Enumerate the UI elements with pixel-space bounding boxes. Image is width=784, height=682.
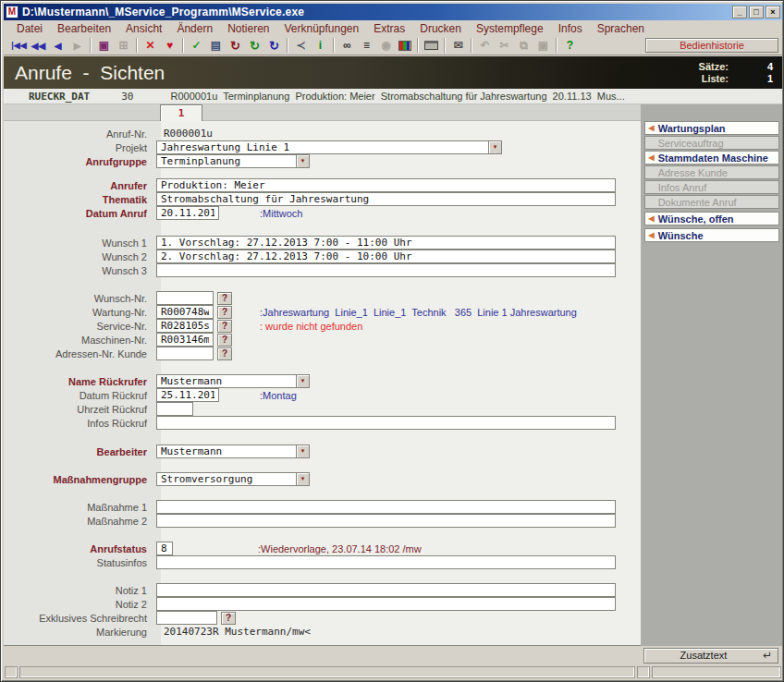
wartung-nr-input[interactable] [156, 305, 214, 319]
wunsch-nr-lookup-button[interactable]: ? [217, 292, 232, 305]
form-icon[interactable]: ▤ [206, 39, 226, 52]
info-icon[interactable]: i [311, 39, 330, 52]
anrufer-input[interactable] [156, 178, 616, 192]
menu-infos[interactable]: Infos [551, 22, 590, 35]
arrow-left-icon: ◀ [649, 214, 655, 223]
sidebar-item-wartungsplan[interactable]: ◀Wartungsplan [644, 121, 779, 135]
bedienhistorie-button[interactable]: Bedienhistorie [645, 38, 778, 53]
adressen-nr-input[interactable] [156, 347, 214, 360]
chevron-down-icon[interactable]: ▼ [297, 472, 310, 486]
import-icon[interactable]: ▣ [94, 39, 114, 52]
service-nr-error: : wurde nicht gefunden [260, 321, 362, 332]
zusatztext-label: Zusatztext [644, 649, 763, 663]
maschinen-nr-lookup-button[interactable]: ? [217, 334, 232, 347]
zusatztext-button[interactable]: Zusatztext ↵ [643, 648, 778, 664]
sidebar-item-wuensche[interactable]: ◀Wünsche [644, 228, 779, 242]
mail-icon[interactable]: ✉ [448, 39, 468, 52]
menu-sprachen[interactable]: Sprachen [590, 22, 652, 35]
sidebar-item-wuensche-offen[interactable]: ◀Wünsche, offen [644, 212, 779, 225]
name-rueckrufer-input[interactable] [156, 374, 297, 388]
massnahmengruppe-input[interactable] [156, 472, 297, 486]
anrufgruppe-input[interactable] [156, 154, 297, 168]
binoculars-icon[interactable]: ∞ [337, 39, 357, 52]
view-header: Anrufe - Sichten Sätze: 4 Liste: 1 [4, 56, 782, 89]
label-anrufer: Anrufer [4, 180, 156, 191]
menu-drucken[interactable]: Drucken [412, 22, 469, 35]
toolbar-separator [287, 38, 288, 53]
wunsch-nr-input[interactable] [156, 291, 214, 305]
menu-bar: Datei Bearbeiten Ansicht Ändern Notieren… [4, 20, 782, 36]
thematik-input[interactable] [156, 192, 616, 206]
projekt-input[interactable] [156, 140, 489, 154]
exklusives-schreibrecht-input[interactable] [156, 611, 217, 625]
tab-1[interactable]: 1 [160, 104, 202, 121]
tree-icon: ⊞ [114, 39, 133, 52]
adressen-nr-lookup-button[interactable]: ? [217, 347, 232, 360]
confirm-icon[interactable]: ✓ [187, 39, 206, 52]
record-sort-number: 30 [121, 91, 133, 103]
datum-rueckruf-input[interactable] [156, 388, 219, 402]
delete-icon[interactable]: ✕ [141, 39, 160, 52]
menu-datei[interactable]: Datei [9, 22, 50, 35]
menu-verknuepfungen[interactable]: Verknüpfungen [276, 22, 366, 35]
close-button[interactable]: × [766, 6, 780, 18]
favorite-icon[interactable]: ♥ [160, 39, 179, 52]
wunsch-3-input[interactable] [156, 263, 616, 277]
service-nr-lookup-button[interactable]: ? [217, 320, 232, 333]
notiz-2-input[interactable] [156, 597, 616, 611]
anrufstatus-input[interactable] [156, 542, 173, 555]
toolbar-separator [556, 38, 557, 53]
anrufstatus-info: :Wiedervorlage, 23.07.14 18:02 /mw [258, 543, 422, 554]
service-nr-input[interactable] [156, 319, 214, 333]
chart-icon[interactable] [398, 41, 411, 51]
printer-icon[interactable] [424, 41, 438, 50]
refresh-blue-icon[interactable]: ↻ [264, 39, 284, 53]
massnahme-2-input[interactable] [156, 514, 616, 528]
label-infos-rueckruf: Infos Rückruf [4, 418, 156, 429]
chevron-down-icon[interactable]: ▼ [297, 154, 310, 168]
menu-extras[interactable]: Extras [366, 22, 412, 35]
menu-notieren[interactable]: Notieren [220, 22, 276, 35]
wunsch-2-input[interactable] [156, 250, 616, 263]
sidebar-item-stammdaten-maschine[interactable]: ◀Stammdaten Maschine [644, 151, 779, 164]
refresh-green-icon[interactable]: ↻ [245, 39, 264, 53]
list-icon[interactable]: ≡ [357, 39, 376, 52]
first-record-icon[interactable]: |◀◀ [9, 41, 29, 50]
bearbeiter-input[interactable] [156, 445, 297, 458]
label-notiz-1: Notiz 1 [4, 585, 156, 596]
datum-anruf-input[interactable] [156, 206, 219, 220]
chevron-down-icon[interactable]: ▼ [489, 140, 502, 154]
maschinen-nr-input[interactable] [156, 333, 214, 347]
toolbar-separator [182, 38, 184, 53]
statusinfos-input[interactable] [156, 555, 616, 569]
enter-icon: ↵ [763, 649, 772, 663]
minimize-button[interactable]: _ [732, 6, 747, 18]
help-icon[interactable]: ? [560, 39, 580, 52]
chevron-down-icon[interactable]: ▼ [297, 445, 310, 458]
label-datum-rueckruf: Datum Rückruf [4, 390, 156, 401]
maximize-button[interactable]: □ [749, 6, 764, 18]
massnahme-1-input[interactable] [156, 500, 616, 514]
uhrzeit-rueckruf-input[interactable] [156, 402, 193, 416]
menu-bearbeiten[interactable]: Bearbeiten [50, 22, 118, 35]
tab-strip: 1 [4, 104, 641, 121]
prev-record-icon[interactable]: ◀ [48, 41, 67, 51]
infos-rueckruf-input[interactable] [156, 416, 616, 430]
prev-fast-icon[interactable]: ◀◀ [29, 41, 48, 51]
label-notiz-2: Notiz 2 [4, 599, 156, 610]
menu-ansicht[interactable]: Ansicht [118, 22, 169, 35]
schreibrecht-lookup-button[interactable]: ? [221, 612, 236, 625]
notiz-1-input[interactable] [156, 583, 616, 597]
chevron-down-icon[interactable]: ▼ [297, 374, 310, 388]
branch-icon[interactable]: ≺ [291, 39, 311, 52]
menu-systempflege[interactable]: Systempflege [469, 22, 551, 35]
record-summary-row[interactable]: RUECKR_DAT 30 R000001u Terminplanung Pro… [4, 89, 782, 104]
label-wunsch-1: Wunsch 1 [4, 237, 156, 249]
menu-aendern[interactable]: Ändern [169, 22, 220, 35]
label-wunsch-2: Wunsch 2 [4, 251, 156, 262]
liste-label: Liste: [699, 73, 729, 84]
toolbar: |◀◀ ◀◀ ◀ ▶ ▣ ⊞ ✕ ♥ ✓ ▤ ↻ ↻ ↻ ≺ i ∞ ≡ ◉ ✉… [4, 36, 782, 55]
refresh-red-icon[interactable]: ↻ [226, 39, 245, 53]
wartung-nr-lookup-button[interactable]: ? [217, 306, 232, 319]
wunsch-1-input[interactable] [156, 236, 616, 250]
